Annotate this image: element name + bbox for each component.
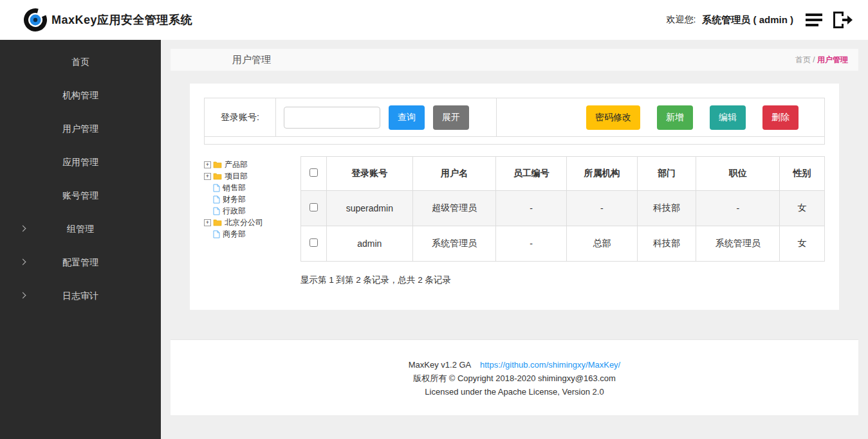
file-icon [213,230,220,238]
sidebar-item-label: 配置管理 [62,257,98,267]
chevron-right-icon [20,226,26,232]
sidebar-item-account-management[interactable]: 账号管理 [0,179,161,212]
tree-item-label: 财务部 [223,193,246,205]
breadcrumb-home[interactable]: 首页 [795,55,811,64]
column-header: 职位 [696,157,780,191]
breadcrumb-separator: / [811,55,817,64]
tree-item[interactable]: + 产品部 [204,159,300,170]
current-user: 系统管理员 ( admin ) [702,14,793,26]
sidebar-item-home[interactable]: 首页 [0,45,161,78]
main-content: 用户管理 首页 / 用户管理 登录账号: 查询 展开 密码修改 新增 [161,40,868,439]
app-title: MaxKey应用安全管理系统 [51,12,192,28]
sidebar-item-label: 组管理 [67,224,94,234]
column-header: 员工编号 [496,157,567,191]
file-icon [213,207,220,215]
sidebar-item-label: 账号管理 [62,190,98,201]
add-button[interactable]: 新增 [657,105,693,130]
column-header: 性别 [780,157,825,191]
tree-item[interactable]: + 北京分公司 [204,217,300,228]
column-header: 登录账号 [326,157,412,191]
footer-license: Licensed under the Apache License, Versi… [171,385,858,399]
sidebar-item-label: 机构管理 [62,90,98,100]
logout-icon[interactable] [831,10,853,30]
expand-toggle-icon[interactable]: + [204,173,211,180]
brand: MaxKey应用安全管理系统 [23,8,192,32]
sidebar-item-log-audit[interactable]: 日志审计 [0,279,161,312]
cell-login-account: superadmin [326,191,412,226]
edit-button[interactable]: 编辑 [710,105,746,130]
github-link[interactable]: https://github.com/shimingxy/MaxKey/ [480,360,620,370]
table-header-row: 登录账号 用户名 员工编号 所属机构 部门 职位 性别 [301,157,825,191]
search-panel: 登录账号: 查询 展开 密码修改 新增 编辑 删除 [204,98,825,145]
record-summary: 显示第 1 到第 2 条记录，总共 2 条记录 [300,274,825,286]
cell-login-account: admin [326,226,412,262]
folder-icon [213,161,222,168]
expand-button[interactable]: 展开 [433,105,469,130]
sidebar: 首页 机构管理 用户管理 应用管理 账号管理 组管理 配置管理 日志审计 [0,40,161,439]
cell-username: 系统管理员 [412,226,496,262]
file-icon [213,195,220,204]
cell-gender: 女 [780,191,825,226]
tree-item-label: 商务部 [223,228,246,240]
cell-organization: 总部 [567,226,638,262]
expand-toggle-icon[interactable]: + [204,219,211,226]
delete-button[interactable]: 删除 [762,105,799,130]
table-row[interactable]: admin 系统管理员 - 总部 科技部 系统管理员 女 [301,226,825,262]
sidebar-item-user-management[interactable]: 用户管理 [0,112,161,145]
cell-employee-no: - [496,226,567,262]
org-tree: + 产品部 + 项目部 [204,156,300,240]
search-button[interactable]: 查询 [389,105,425,130]
tree-item[interactable]: 财务部 [204,193,300,205]
cell-department: 科技部 [637,226,696,262]
welcome-label: 欢迎您: [666,14,696,26]
cell-position: - [696,191,780,226]
tree-item[interactable]: 行政部 [204,205,300,217]
breadcrumb-current: 用户管理 [817,55,848,64]
menu-icon[interactable] [805,12,824,28]
column-header: 部门 [637,157,696,191]
sidebar-item-label: 首页 [71,57,89,67]
table-row[interactable]: superadmin 超级管理员 - - 科技部 - 女 [301,191,825,226]
content-card: 登录账号: 查询 展开 密码修改 新增 编辑 删除 [190,84,839,310]
file-icon [213,184,220,192]
column-header: 所属机构 [567,157,638,191]
login-account-label: 登录账号: [205,98,276,136]
tree-item[interactable]: 商务部 [204,228,300,240]
row-checkbox[interactable] [309,238,318,247]
column-header: 用户名 [412,157,496,191]
cell-username: 超级管理员 [412,191,496,226]
cell-employee-no: - [496,191,567,226]
top-header: MaxKey应用安全管理系统 欢迎您: 系统管理员 ( admin ) [0,0,868,40]
user-table-area: 登录账号 用户名 员工编号 所属机构 部门 职位 性别 [300,156,825,286]
change-password-button[interactable]: 密码修改 [586,105,640,130]
advanced-search-collapsed [205,137,824,144]
sidebar-item-config-management[interactable]: 配置管理 [0,246,161,279]
tree-item-label: 销售部 [223,182,246,193]
page-title: 用户管理 [232,54,271,66]
query-cell: 查询 展开 [276,98,497,136]
sidebar-item-org-management[interactable]: 机构管理 [0,78,161,112]
cell-position: 系统管理员 [696,226,780,262]
sidebar-item-label: 用户管理 [62,123,98,134]
maxkey-logo-icon [23,8,48,32]
cell-department: 科技部 [637,191,696,226]
folder-icon [213,219,222,226]
tree-item-label: 产品部 [225,159,248,170]
folder-icon [213,172,222,180]
expand-toggle-icon[interactable]: + [204,161,211,168]
footer: MaxKey v1.2 GA https://github.com/shimin… [171,339,858,415]
sidebar-item-group-management[interactable]: 组管理 [0,212,161,246]
sidebar-item-label: 应用管理 [62,157,98,167]
tree-item[interactable]: 销售部 [204,182,300,193]
user-table: 登录账号 用户名 员工编号 所属机构 部门 职位 性别 [300,156,825,262]
tree-item-label: 行政部 [223,205,246,217]
tree-item-label: 北京分公司 [225,217,263,228]
sidebar-item-label: 日志审计 [62,291,98,301]
tree-item[interactable]: + 项目部 [204,170,300,182]
sidebar-item-app-management[interactable]: 应用管理 [0,145,161,179]
login-account-input[interactable] [284,107,380,129]
action-buttons: 密码修改 新增 编辑 删除 [497,105,824,130]
row-checkbox[interactable] [309,203,318,211]
select-all-checkbox[interactable] [309,168,318,177]
footer-copyright: 版权所有 © Copyright 2018-2020 shimingxy@163… [171,372,858,385]
